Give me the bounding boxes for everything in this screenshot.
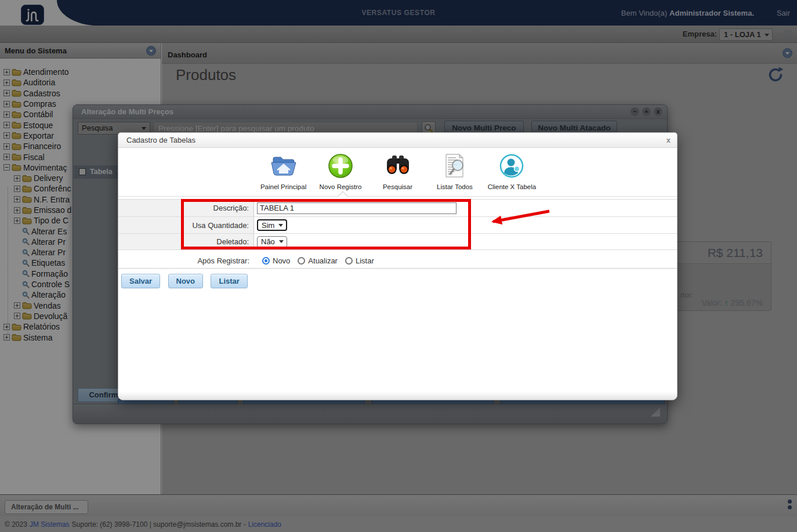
modal-toolbar: Painel Principal Novo Registro [118,151,677,190]
radio-icon [345,257,353,265]
new-record-icon [326,151,355,180]
versatus-gestor-app: VERSATUS GESTOR Bem Vindo(a)Administrado… [0,0,797,532]
client-icon [497,151,526,180]
new-button[interactable]: Novo [168,274,204,288]
modal-bottom-edge [118,392,677,400]
radio-option-atualizar[interactable]: Atualizar [298,256,338,265]
toolbar-client-table[interactable]: Cliente X Tabela [485,151,538,190]
table-registration-modal: Cadastro de Tabelas x Painel Principal [118,132,678,400]
close-icon[interactable]: x [666,136,671,144]
toolbar-main-panel[interactable]: Painel Principal [257,151,310,190]
radio-option-listar[interactable]: Listar [345,256,374,265]
document-search-icon [440,151,469,180]
toolbar-search[interactable]: Pesquisar [371,151,425,190]
after-register-label: Após Registrar: [118,253,254,268]
binoculars-icon [383,151,412,180]
home-folder-icon [269,151,298,180]
toolbar-list-all[interactable]: Listar Todos [428,151,481,190]
toolbar-item-label: Pesquisar [371,183,425,190]
save-button[interactable]: Salvar [121,274,160,288]
after-register-options: Novo Atualizar Listar [262,256,374,265]
radio-option-novo[interactable]: Novo [262,256,290,265]
toolbar-item-label: Novo Registro [314,183,367,190]
modal-title: Cadastro de Tabelas [118,133,677,148]
modal-button-bar: Salvar Novo Listar [121,274,253,288]
after-register-row: Após Registrar: Novo Atualizar Listar [118,253,677,269]
highlight-arrow [483,203,555,231]
toolbar-item-label: Painel Principal [257,183,310,190]
radio-icon [298,257,305,265]
toolbar-item-label: Cliente X Tabela [485,183,538,190]
modal-header: Cadastro de Tabelas x [118,133,677,148]
highlight-rectangle [181,199,471,249]
toolbar-new-record[interactable]: Novo Registro [314,151,367,190]
radio-selected-icon [262,257,270,265]
toolbar-divider [118,196,677,197]
list-button[interactable]: Listar [211,274,247,288]
toolbar-item-label: Listar Todos [428,183,481,190]
